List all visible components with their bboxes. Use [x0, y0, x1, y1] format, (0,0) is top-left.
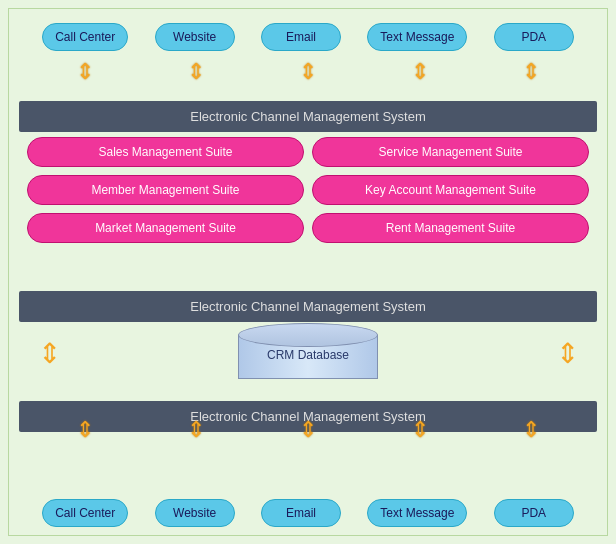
middle-arrow-left: ⇕: [19, 337, 79, 370]
crm-top: [238, 323, 378, 347]
suite-sales: Sales Management Suite: [27, 137, 304, 167]
bottom-arrow-2: ⇕: [187, 419, 205, 441]
crm-database: CRM Database: [238, 323, 378, 383]
dark-bar-1: Electronic Channel Management System: [19, 101, 597, 132]
suite-rent: Rent Management Suite: [312, 213, 589, 243]
crm-container: CRM Database: [79, 323, 537, 383]
arrows-row-1: ⇕ ⇕ ⇕ ⇕ ⇕: [9, 61, 607, 83]
suite-key-account: Key Account Management Suite: [312, 175, 589, 205]
top-text-message: Text Message: [367, 23, 467, 51]
middle-section: ⇕ CRM Database ⇕: [19, 313, 597, 393]
diagram-container: Call Center Website Email Text Message P…: [8, 8, 608, 536]
bottom-arrow-3: ⇕: [299, 419, 317, 441]
bottom-arrow-1: ⇕: [76, 419, 94, 441]
bottom-arrow-5: ⇕: [522, 419, 540, 441]
crm-label: CRM Database: [267, 348, 349, 362]
suite-service: Service Management Suite: [312, 137, 589, 167]
arrow-5: ⇕: [522, 61, 540, 83]
bottom-channels-row: Call Center Website Email Text Message P…: [9, 499, 607, 527]
top-channels-row: Call Center Website Email Text Message P…: [9, 13, 607, 51]
bottom-call-center: Call Center: [42, 499, 128, 527]
bottom-email: Email: [261, 499, 341, 527]
top-pda: PDA: [494, 23, 574, 51]
arrows-row-3: ⇕ ⇕ ⇕ ⇕ ⇕: [9, 419, 607, 441]
bottom-pda: PDA: [494, 499, 574, 527]
arrow-3: ⇕: [299, 61, 317, 83]
arrow-4: ⇕: [411, 61, 429, 83]
bottom-arrow-4: ⇕: [411, 419, 429, 441]
suite-market: Market Management Suite: [27, 213, 304, 243]
top-website: Website: [155, 23, 235, 51]
arrow-1: ⇕: [76, 61, 94, 83]
top-email: Email: [261, 23, 341, 51]
top-call-center: Call Center: [42, 23, 128, 51]
arrow-2: ⇕: [187, 61, 205, 83]
middle-arrow-right: ⇕: [537, 337, 597, 370]
suites-area: Sales Management Suite Service Managemen…: [19, 129, 597, 251]
bottom-text-message: Text Message: [367, 499, 467, 527]
suite-member: Member Management Suite: [27, 175, 304, 205]
bottom-website: Website: [155, 499, 235, 527]
